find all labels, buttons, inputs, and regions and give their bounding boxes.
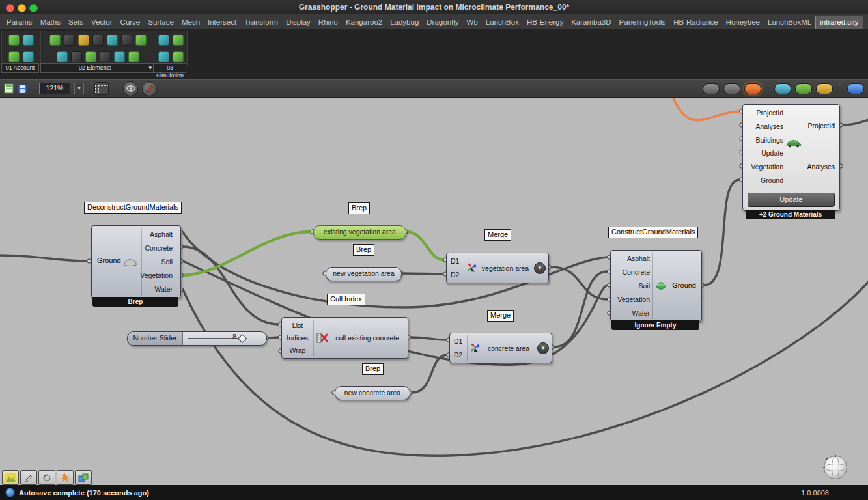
menu-tab[interactable]: LunchBox [482, 16, 523, 29]
menu-tab[interactable]: LunchBoxML [764, 16, 815, 29]
menu-tab[interactable]: Karamba3D [567, 16, 615, 29]
input-param[interactable]: D2 [451, 271, 462, 279]
update-button[interactable]: Update [748, 193, 835, 207]
menu-tab[interactable]: Vector [87, 16, 117, 29]
merge-concrete-component[interactable]: D1 D2 concrete area ▼ [449, 333, 552, 363]
number-slider[interactable]: Number Slider 8 [127, 331, 267, 346]
component-nickname-label[interactable]: Brep [362, 363, 384, 375]
input-param[interactable]: Update [761, 149, 783, 157]
input-param[interactable]: Soil [638, 282, 650, 290]
input-param[interactable]: Ground [761, 176, 783, 184]
ribbon-icon[interactable] [107, 35, 118, 46]
menu-tab[interactable]: Params [3, 16, 36, 29]
brep-param-new-concrete-area[interactable]: new concrete area [335, 386, 410, 400]
menu-tab[interactable]: Rhino [315, 16, 342, 29]
groups-preview-button[interactable] [75, 470, 92, 485]
zoom-level[interactable]: 121% [39, 83, 70, 94]
spark-preview-button[interactable] [57, 470, 74, 485]
input-param[interactable]: List [292, 322, 303, 329]
slider-handle[interactable] [238, 334, 247, 343]
display-mode-button-active[interactable] [744, 83, 761, 94]
menu-tab[interactable]: Honeybee [722, 16, 764, 29]
ribbon-icon[interactable] [8, 35, 20, 46]
menu-tab[interactable]: Sets [64, 16, 87, 29]
menu-tab[interactable]: Display [282, 16, 315, 29]
collapse-arrow-button[interactable]: ▼ [537, 342, 549, 354]
ribbon-icon[interactable] [92, 35, 104, 46]
brep-param-new-vegetation-area[interactable]: new vegetation area [326, 267, 402, 281]
collapse-arrow-button[interactable]: ▼ [534, 262, 546, 274]
component-nickname-label[interactable]: Merge [487, 310, 514, 322]
ribbon-icon[interactable] [49, 35, 61, 46]
input-param[interactable]: D1 [451, 257, 462, 265]
terrain-preview-button[interactable] [2, 470, 19, 485]
menu-tab[interactable]: Mesh [178, 16, 204, 29]
menu-tab[interactable]: HB-Energy [523, 16, 567, 29]
ribbon-icon[interactable] [8, 51, 20, 62]
ribbon-icon[interactable] [100, 51, 111, 62]
brep-param-existing-vegetation-area[interactable]: existing vegetation area [313, 225, 406, 240]
input-param[interactable]: D2 [454, 351, 466, 359]
ribbon-icon[interactable] [23, 51, 34, 62]
output-param[interactable]: Water [154, 285, 173, 293]
toolbar-toggle-button[interactable] [847, 83, 864, 94]
menu-tab[interactable]: Wb [463, 16, 482, 29]
component-nickname-label[interactable]: Cull Index [327, 294, 365, 305]
menu-tab[interactable]: Surface [144, 16, 178, 29]
grid-toggle-button[interactable] [94, 82, 109, 95]
construct-ground-materials-component[interactable]: Asphalt Concrete Soil Vegetation Water G… [610, 250, 702, 322]
toolbar-toggle-button[interactable] [795, 83, 812, 94]
output-param[interactable]: Analyses [807, 163, 835, 171]
component-nickname-label[interactable]: DeconstructGroundMaterials [84, 202, 182, 214]
input-param[interactable]: Indices [287, 334, 308, 342]
ribbon-icon[interactable] [57, 51, 68, 62]
input-param[interactable]: Asphalt [627, 255, 650, 262]
output-param[interactable]: Soil [161, 258, 173, 266]
ribbon-icon[interactable] [158, 51, 169, 62]
ribbon-icon[interactable] [128, 51, 139, 62]
output-param[interactable]: Ground [672, 281, 696, 289]
ribbon-icon[interactable] [71, 51, 82, 62]
navigation-arcball[interactable] [822, 454, 849, 484]
sketch-tool-button[interactable] [20, 470, 37, 485]
component-nickname-label[interactable]: Brep [348, 202, 370, 214]
merge-vegetation-component[interactable]: D1 D2 vegetation area ▼ [446, 253, 549, 283]
ribbon-icon[interactable] [173, 51, 184, 62]
preview-eye-button[interactable] [123, 81, 138, 96]
input-param[interactable]: Wrap [290, 346, 306, 354]
component-nickname-label[interactable]: ConstructGroundMaterials [608, 227, 698, 238]
ribbon-icon[interactable] [114, 51, 125, 62]
infrared-update-component[interactable]: ProjectId Analyses Buildings Update Vege… [742, 104, 840, 211]
menu-tab[interactable]: Maths [36, 16, 64, 29]
input-param[interactable]: Water [632, 309, 650, 317]
toolbar-toggle-button[interactable] [816, 83, 833, 94]
menu-tab[interactable]: HB-Radiance [669, 16, 721, 29]
chevron-down-icon[interactable]: ▾ [148, 64, 152, 72]
input-param[interactable]: Ground [97, 257, 121, 264]
gear-preview-button[interactable] [38, 470, 55, 485]
output-param[interactable]: Concrete [145, 244, 173, 252]
ribbon-icon[interactable] [135, 35, 147, 46]
zoom-dropdown-button[interactable]: ▾ [74, 83, 84, 94]
input-param[interactable]: Vegetation [617, 296, 650, 303]
input-param[interactable]: Vegetation [751, 163, 783, 171]
ribbon-icon[interactable] [64, 35, 75, 46]
menu-tab[interactable]: Dragonfly [423, 16, 462, 29]
output-param[interactable]: Asphalt [150, 230, 173, 238]
ribbon-icon[interactable] [173, 35, 184, 46]
menu-tab[interactable]: Ladybug [386, 16, 423, 29]
ribbon-icon[interactable] [23, 35, 34, 46]
menu-tab[interactable]: Kangaroo2 [342, 16, 386, 29]
menu-tab[interactable]: Curve [117, 16, 145, 29]
new-document-icon[interactable] [4, 83, 14, 94]
menu-tab[interactable]: Intersect [204, 16, 240, 29]
deconstruct-ground-materials-component[interactable]: Ground Asphalt Concrete Soil Vegetation … [91, 225, 181, 298]
ribbon-icon[interactable] [85, 51, 96, 62]
component-nickname-label[interactable]: Brep [353, 244, 374, 256]
ribbon-icon[interactable] [121, 35, 132, 46]
output-param[interactable]: Vegetation [140, 271, 173, 279]
input-param[interactable]: D1 [454, 337, 466, 345]
ribbon-icon[interactable] [158, 35, 169, 46]
ribbon-icon[interactable] [78, 35, 89, 46]
toolbar-toggle-button[interactable] [774, 83, 791, 94]
